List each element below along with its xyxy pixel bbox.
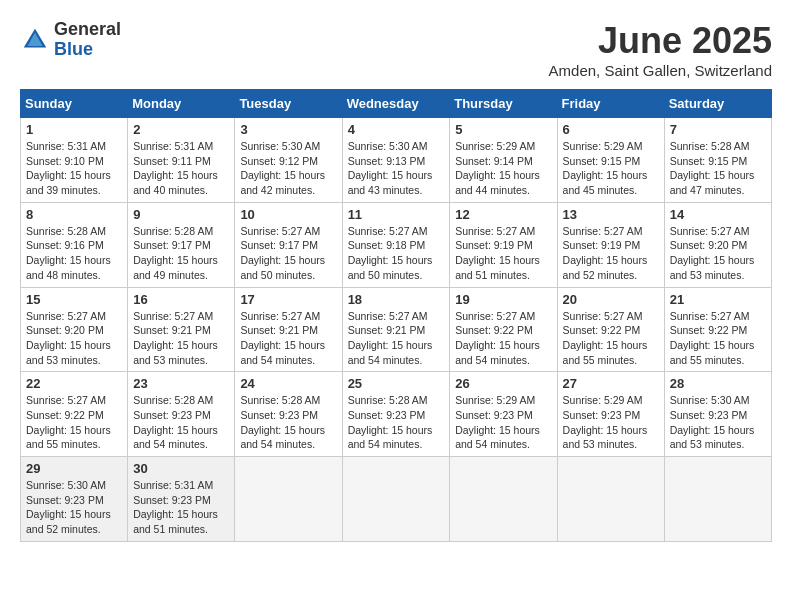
day-info: Sunrise: 5:31 AM Sunset: 9:11 PM Dayligh… [133,139,229,198]
day-info: Sunrise: 5:28 AM Sunset: 9:23 PM Dayligh… [240,393,336,452]
day-number: 12 [455,207,551,222]
day-info: Sunrise: 5:29 AM Sunset: 9:23 PM Dayligh… [455,393,551,452]
weekday-header: Friday [557,90,664,118]
day-number: 3 [240,122,336,137]
calendar-cell [450,457,557,542]
calendar-cell: 17Sunrise: 5:27 AM Sunset: 9:21 PM Dayli… [235,287,342,372]
calendar-cell: 1Sunrise: 5:31 AM Sunset: 9:10 PM Daylig… [21,118,128,203]
calendar-cell: 29Sunrise: 5:30 AM Sunset: 9:23 PM Dayli… [21,457,128,542]
calendar-cell: 24Sunrise: 5:28 AM Sunset: 9:23 PM Dayli… [235,372,342,457]
calendar-cell: 6Sunrise: 5:29 AM Sunset: 9:15 PM Daylig… [557,118,664,203]
weekday-header-row: SundayMondayTuesdayWednesdayThursdayFrid… [21,90,772,118]
day-info: Sunrise: 5:27 AM Sunset: 9:18 PM Dayligh… [348,224,445,283]
logo-text: General Blue [54,20,121,60]
calendar-cell: 7Sunrise: 5:28 AM Sunset: 9:15 PM Daylig… [664,118,771,203]
day-info: Sunrise: 5:27 AM Sunset: 9:21 PM Dayligh… [133,309,229,368]
day-info: Sunrise: 5:27 AM Sunset: 9:22 PM Dayligh… [455,309,551,368]
calendar-cell: 19Sunrise: 5:27 AM Sunset: 9:22 PM Dayli… [450,287,557,372]
calendar-cell: 5Sunrise: 5:29 AM Sunset: 9:14 PM Daylig… [450,118,557,203]
day-info: Sunrise: 5:30 AM Sunset: 9:12 PM Dayligh… [240,139,336,198]
day-info: Sunrise: 5:27 AM Sunset: 9:19 PM Dayligh… [563,224,659,283]
day-info: Sunrise: 5:27 AM Sunset: 9:19 PM Dayligh… [455,224,551,283]
calendar-week-row: 1Sunrise: 5:31 AM Sunset: 9:10 PM Daylig… [21,118,772,203]
day-number: 28 [670,376,766,391]
day-number: 26 [455,376,551,391]
day-info: Sunrise: 5:29 AM Sunset: 9:23 PM Dayligh… [563,393,659,452]
calendar-cell: 18Sunrise: 5:27 AM Sunset: 9:21 PM Dayli… [342,287,450,372]
calendar-cell: 22Sunrise: 5:27 AM Sunset: 9:22 PM Dayli… [21,372,128,457]
calendar-cell [557,457,664,542]
calendar-week-row: 22Sunrise: 5:27 AM Sunset: 9:22 PM Dayli… [21,372,772,457]
calendar-cell [664,457,771,542]
calendar-cell: 16Sunrise: 5:27 AM Sunset: 9:21 PM Dayli… [128,287,235,372]
day-number: 10 [240,207,336,222]
day-info: Sunrise: 5:27 AM Sunset: 9:21 PM Dayligh… [240,309,336,368]
day-info: Sunrise: 5:28 AM Sunset: 9:16 PM Dayligh… [26,224,122,283]
calendar-cell: 23Sunrise: 5:28 AM Sunset: 9:23 PM Dayli… [128,372,235,457]
day-info: Sunrise: 5:31 AM Sunset: 9:23 PM Dayligh… [133,478,229,537]
day-number: 17 [240,292,336,307]
calendar-cell: 12Sunrise: 5:27 AM Sunset: 9:19 PM Dayli… [450,202,557,287]
logo-general: General [54,20,121,40]
logo: General Blue [20,20,121,60]
day-info: Sunrise: 5:27 AM Sunset: 9:21 PM Dayligh… [348,309,445,368]
day-info: Sunrise: 5:28 AM Sunset: 9:15 PM Dayligh… [670,139,766,198]
calendar-cell: 15Sunrise: 5:27 AM Sunset: 9:20 PM Dayli… [21,287,128,372]
day-info: Sunrise: 5:27 AM Sunset: 9:22 PM Dayligh… [670,309,766,368]
header: General Blue June 2025 Amden, Saint Gall… [20,20,772,79]
day-number: 24 [240,376,336,391]
calendar-week-row: 29Sunrise: 5:30 AM Sunset: 9:23 PM Dayli… [21,457,772,542]
day-info: Sunrise: 5:29 AM Sunset: 9:15 PM Dayligh… [563,139,659,198]
weekday-header: Tuesday [235,90,342,118]
day-number: 18 [348,292,445,307]
day-number: 4 [348,122,445,137]
day-info: Sunrise: 5:30 AM Sunset: 9:13 PM Dayligh… [348,139,445,198]
weekday-header: Sunday [21,90,128,118]
calendar-cell [235,457,342,542]
day-number: 15 [26,292,122,307]
day-number: 20 [563,292,659,307]
logo-icon [20,25,50,55]
day-info: Sunrise: 5:29 AM Sunset: 9:14 PM Dayligh… [455,139,551,198]
day-number: 16 [133,292,229,307]
calendar-cell: 21Sunrise: 5:27 AM Sunset: 9:22 PM Dayli… [664,287,771,372]
calendar-cell [342,457,450,542]
day-number: 6 [563,122,659,137]
calendar-cell: 25Sunrise: 5:28 AM Sunset: 9:23 PM Dayli… [342,372,450,457]
day-number: 23 [133,376,229,391]
day-info: Sunrise: 5:27 AM Sunset: 9:17 PM Dayligh… [240,224,336,283]
day-number: 14 [670,207,766,222]
weekday-header: Wednesday [342,90,450,118]
calendar-cell: 10Sunrise: 5:27 AM Sunset: 9:17 PM Dayli… [235,202,342,287]
day-number: 1 [26,122,122,137]
weekday-header: Monday [128,90,235,118]
day-number: 29 [26,461,122,476]
calendar-cell: 20Sunrise: 5:27 AM Sunset: 9:22 PM Dayli… [557,287,664,372]
month-title: June 2025 [549,20,772,62]
day-number: 27 [563,376,659,391]
calendar-cell: 3Sunrise: 5:30 AM Sunset: 9:12 PM Daylig… [235,118,342,203]
day-info: Sunrise: 5:28 AM Sunset: 9:23 PM Dayligh… [348,393,445,452]
calendar-cell: 8Sunrise: 5:28 AM Sunset: 9:16 PM Daylig… [21,202,128,287]
day-number: 30 [133,461,229,476]
day-info: Sunrise: 5:30 AM Sunset: 9:23 PM Dayligh… [26,478,122,537]
day-number: 8 [26,207,122,222]
calendar-cell: 2Sunrise: 5:31 AM Sunset: 9:11 PM Daylig… [128,118,235,203]
calendar-cell: 13Sunrise: 5:27 AM Sunset: 9:19 PM Dayli… [557,202,664,287]
calendar-cell: 26Sunrise: 5:29 AM Sunset: 9:23 PM Dayli… [450,372,557,457]
calendar-cell: 30Sunrise: 5:31 AM Sunset: 9:23 PM Dayli… [128,457,235,542]
calendar-cell: 4Sunrise: 5:30 AM Sunset: 9:13 PM Daylig… [342,118,450,203]
title-area: June 2025 Amden, Saint Gallen, Switzerla… [549,20,772,79]
day-info: Sunrise: 5:28 AM Sunset: 9:17 PM Dayligh… [133,224,229,283]
location-title: Amden, Saint Gallen, Switzerland [549,62,772,79]
day-number: 13 [563,207,659,222]
day-info: Sunrise: 5:27 AM Sunset: 9:20 PM Dayligh… [26,309,122,368]
day-number: 7 [670,122,766,137]
day-info: Sunrise: 5:31 AM Sunset: 9:10 PM Dayligh… [26,139,122,198]
day-number: 9 [133,207,229,222]
calendar-cell: 27Sunrise: 5:29 AM Sunset: 9:23 PM Dayli… [557,372,664,457]
day-info: Sunrise: 5:27 AM Sunset: 9:22 PM Dayligh… [563,309,659,368]
weekday-header: Saturday [664,90,771,118]
day-number: 19 [455,292,551,307]
day-number: 2 [133,122,229,137]
